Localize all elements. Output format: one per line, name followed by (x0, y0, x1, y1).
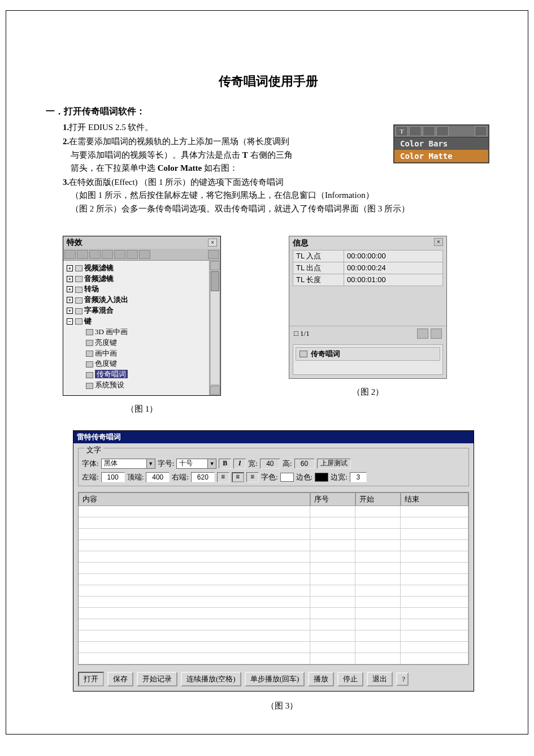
tree-child-luma-key[interactable]: 亮度键 (67, 338, 207, 348)
toolbar-icon[interactable] (409, 126, 422, 136)
table-row[interactable] (79, 608, 468, 619)
col-index[interactable]: 序号 (310, 493, 355, 506)
toolbar-icon[interactable] (475, 126, 487, 136)
nav-button[interactable] (417, 329, 428, 339)
col-content[interactable]: 内容 (79, 493, 310, 506)
continuous-play-button[interactable]: 连续播放(空格) (181, 672, 241, 686)
font-combo[interactable]: ▼ (101, 459, 155, 469)
table-row: TL 长度 00:00:01:00 (293, 274, 443, 286)
align-center-button[interactable]: ≡ (232, 472, 244, 482)
table-row[interactable] (79, 506, 468, 517)
t-dropdown-menu: T Color Bars Color Matte (393, 124, 489, 163)
play-button[interactable]: 播放 (308, 672, 334, 686)
col-start[interactable]: 开始 (355, 493, 401, 506)
tab-icon[interactable] (89, 250, 101, 259)
tab-icon[interactable] (139, 250, 150, 259)
table-row[interactable] (79, 619, 468, 630)
tree-node-audio-filter[interactable]: +音频滤镜 (67, 274, 207, 284)
nav-button[interactable] (431, 329, 442, 339)
font-color-label: 字色: (261, 472, 278, 482)
t-icon[interactable]: T (396, 126, 408, 136)
table-row[interactable] (79, 585, 468, 597)
menu-item-color-bars[interactable]: Color Bars (394, 137, 488, 150)
size-combo[interactable]: ▼ (176, 459, 216, 469)
font-input[interactable] (101, 459, 146, 469)
lyrics-grid[interactable]: 内容 序号 开始 结束 (78, 492, 469, 665)
tree-child-3d-pip[interactable]: 3D 画中画 (67, 327, 207, 338)
table-row[interactable] (79, 529, 468, 540)
align-right-button[interactable]: ≡ (246, 472, 259, 482)
table-row[interactable] (79, 630, 468, 642)
align-left-button[interactable]: ≡ (217, 472, 229, 482)
window-titlebar: 雷特传奇唱词 (73, 431, 474, 443)
scrollbar[interactable] (209, 261, 220, 395)
top-input[interactable] (146, 472, 170, 482)
edge-color-swatch[interactable] (315, 473, 328, 482)
table-row[interactable] (79, 574, 468, 585)
panel-tabs (63, 249, 220, 261)
help-button[interactable]: ? (396, 672, 409, 686)
start-record-button[interactable]: 开始记录 (137, 672, 177, 686)
font-color-swatch[interactable] (280, 473, 294, 482)
close-icon[interactable]: × (434, 238, 443, 246)
dropdown-toolbar: T (394, 126, 488, 137)
single-step-button[interactable]: 单步播放(回车) (245, 672, 305, 686)
size-input[interactable] (176, 459, 207, 469)
italic-button[interactable]: I (233, 459, 246, 469)
table-row[interactable] (79, 540, 468, 551)
tab-icon[interactable] (127, 250, 138, 259)
table-row[interactable] (79, 551, 468, 563)
tree-node-transition[interactable]: +转场 (67, 284, 207, 295)
tab-icon[interactable] (64, 250, 76, 259)
applied-effect-item[interactable]: 传奇唱词 (296, 347, 440, 361)
tree-child-chroma-key[interactable]: 色度键 (67, 358, 207, 369)
tab-icon[interactable] (77, 250, 88, 259)
step-3: 3.在特效面版(Effect) （图 1 所示）的键选项下面选传奇唱词 （如图 … (63, 176, 491, 215)
save-button[interactable]: 保存 (107, 672, 133, 686)
bold-button[interactable]: B (219, 459, 231, 469)
stop-button[interactable]: 停止 (337, 672, 363, 686)
table-row[interactable] (79, 642, 468, 653)
tab-icon[interactable] (102, 250, 113, 259)
tree-node-subtitle-mix[interactable]: +字幕混合 (67, 305, 207, 316)
table-row[interactable] (79, 563, 468, 574)
tab-icon[interactable] (208, 250, 219, 259)
col-end[interactable]: 结束 (401, 493, 468, 506)
height-input (294, 459, 315, 469)
edge-color-label: 边色: (296, 472, 313, 482)
left-input[interactable] (101, 472, 125, 482)
screen-test-button[interactable]: 上屏测试 (317, 459, 351, 469)
info-key: TL 入点 (293, 250, 344, 262)
chevron-down-icon[interactable]: ▼ (207, 459, 216, 469)
tree-child-pip[interactable]: 画中画 (67, 348, 207, 359)
exit-button[interactable]: 退出 (367, 672, 393, 686)
menu-item-color-matte[interactable]: Color Matte (394, 150, 488, 162)
tree-child-system-preset[interactable]: 系统预设 (67, 380, 207, 391)
info-key: TL 出点 (293, 262, 344, 274)
scroll-down-icon[interactable] (210, 386, 220, 395)
scroll-up-icon[interactable] (210, 261, 220, 270)
tree-child-legend-lyrics[interactable]: 传奇唱词 (67, 369, 207, 380)
effect-label: 传奇唱词 (311, 349, 340, 359)
effects-tree[interactable]: +视频滤镜 +音频滤镜 +转场 +音频淡入淡出 +字幕混合 −键 3D 画中画 … (63, 261, 209, 395)
effect-icon (299, 351, 307, 357)
right-input[interactable] (191, 472, 215, 482)
toolbar-icon[interactable] (436, 126, 449, 136)
tree-node-audio-fade[interactable]: +音频淡入淡出 (67, 295, 207, 305)
table-row[interactable] (79, 653, 468, 664)
info-value: 00:00:00:00 (344, 250, 443, 262)
toolbar-icon[interactable] (423, 126, 435, 136)
open-button[interactable]: 打开 (78, 672, 104, 686)
pager-text: □ 1/1 (294, 329, 310, 338)
scroll-thumb[interactable] (211, 271, 219, 291)
tree-node-key[interactable]: −键 (67, 316, 207, 327)
table-row[interactable] (79, 597, 468, 608)
info-key: TL 长度 (293, 274, 344, 286)
tab-icon[interactable] (114, 250, 125, 259)
tree-node-video-filter[interactable]: +视频滤镜 (67, 263, 207, 274)
table-row[interactable] (79, 517, 468, 529)
chevron-down-icon[interactable]: ▼ (146, 459, 155, 469)
close-icon[interactable]: × (208, 239, 217, 247)
edge-width-input[interactable] (350, 472, 367, 482)
table-row: TL 入点 00:00:00:00 (293, 250, 443, 262)
